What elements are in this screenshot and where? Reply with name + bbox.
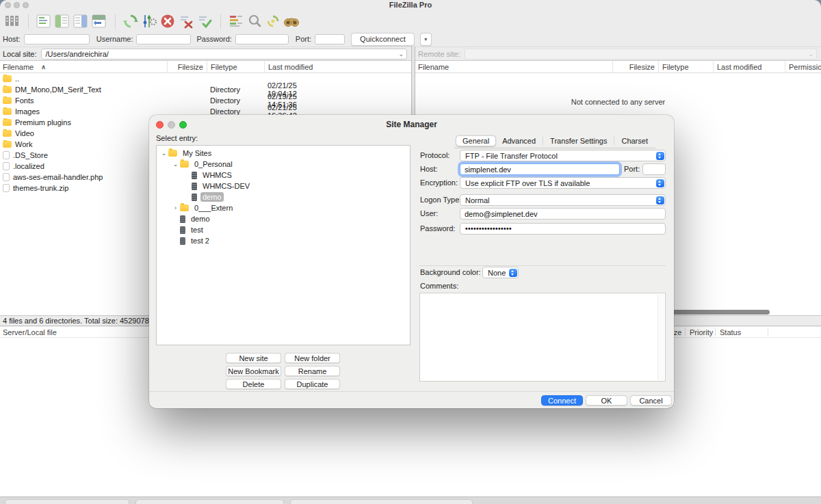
duplicate-button[interactable]: Duplicate: [285, 379, 340, 389]
comments-label: Comments:: [420, 280, 458, 292]
column-filetype[interactable]: Filetype: [658, 61, 713, 72]
sync-browsing-icon[interactable]: [264, 13, 281, 29]
tab-charset[interactable]: Charset: [615, 136, 654, 146]
tree-item-whmcs-dev[interactable]: WHMCS-DEV: [157, 181, 410, 191]
tab-transfer-settings[interactable]: Transfer Settings: [544, 136, 613, 146]
chevron-down-icon[interactable]: ⌄: [171, 159, 180, 170]
remote-site-combo: ⌄: [465, 49, 817, 59]
tree-item-demo-selected[interactable]: demo: [157, 191, 410, 202]
find-files-icon[interactable]: [283, 13, 300, 29]
username-input[interactable]: [136, 34, 191, 44]
folder-icon: [180, 204, 189, 211]
column-filetype[interactable]: Filetype: [207, 61, 264, 72]
file-row[interactable]: DM_Mono,DM_Serif_TextDirectory02/21/25 1…: [0, 84, 411, 95]
encryption-dropdown[interactable]: Use explicit FTP over TLS if available: [460, 177, 666, 189]
column-filesize[interactable]: Filesize: [167, 61, 207, 72]
tab-divider: [543, 137, 543, 145]
column-filename[interactable]: Filename∧: [0, 61, 167, 72]
host-field[interactable]: [460, 163, 620, 175]
remote-site-row: Remote site: ⌄: [415, 47, 821, 61]
message-log-icon[interactable]: [35, 13, 52, 29]
protocol-dropdown[interactable]: FTP - File Transfer Protocol: [460, 150, 666, 161]
queue-tab[interactable]: [290, 499, 473, 504]
queue-tab[interactable]: [135, 499, 284, 504]
toolbar-separator: [28, 14, 29, 29]
quickconnect-dropdown-button[interactable]: ▾: [420, 33, 432, 46]
column-last-modified[interactable]: Last modified: [264, 61, 325, 72]
select-entry-label: Select entry:: [156, 134, 198, 142]
queue-column-priority[interactable]: Priority: [690, 328, 713, 336]
local-site-combo[interactable]: /Users/andreichira/ ⌄: [41, 49, 407, 59]
tree-item-0-personal[interactable]: ⌄0_Personal: [157, 159, 410, 170]
queue-tab-bar: [0, 496, 821, 504]
password-field[interactable]: •••••••••••••••••: [460, 223, 666, 235]
filter-icon[interactable]: [227, 13, 244, 29]
file-row[interactable]: FontsDirectory02/19/25 14:51:36: [0, 95, 411, 106]
logon-type-dropdown[interactable]: Normal: [460, 194, 666, 206]
comments-textarea[interactable]: [419, 293, 666, 382]
new-folder-button[interactable]: New folder: [285, 353, 340, 363]
server-icon: [180, 215, 185, 223]
encryption-label: Encryption:: [420, 177, 458, 189]
site-tree: ⌄My Sites ⌄0_Personal WHMCS WHMCS-DEV de…: [156, 145, 410, 345]
delete-button[interactable]: Delete: [226, 379, 281, 389]
connect-button[interactable]: Connect: [541, 395, 583, 406]
tree-item-whmcs[interactable]: WHMCS: [157, 170, 410, 181]
remote-column-headers: Filename Filesize Filetype Last modified…: [415, 61, 821, 73]
ok-button[interactable]: OK: [586, 395, 627, 406]
transfer-queue-icon[interactable]: [90, 13, 107, 29]
not-connected-message: Not connected to any server: [415, 98, 821, 106]
file-row[interactable]: ..: [0, 73, 411, 84]
user-field[interactable]: [460, 208, 666, 220]
directory-summary: 4 files and 6 directories. Total size: 4…: [3, 317, 164, 325]
cancel-button[interactable]: Cancel: [630, 395, 672, 406]
disconnect-icon[interactable]: [177, 13, 194, 29]
dialog-separator: [149, 391, 674, 392]
column-permissions[interactable]: Permissions: [785, 61, 821, 72]
tab-advanced[interactable]: Advanced: [496, 136, 542, 146]
queue-column-status[interactable]: Status: [720, 328, 741, 336]
tree-item-test[interactable]: test: [157, 224, 410, 235]
password-input[interactable]: [235, 34, 289, 44]
port-input[interactable]: [315, 34, 345, 44]
column-last-modified[interactable]: Last modified: [713, 61, 785, 72]
folder-icon: [180, 161, 189, 168]
titlebar: FileZilla Pro: [0, 0, 821, 10]
queue-tab[interactable]: [5, 499, 129, 504]
host-label: Host:: [3, 35, 21, 43]
new-bookmark-button[interactable]: New Bookmark: [226, 366, 281, 376]
tree-item-0-extern[interactable]: ›0___Extern: [157, 202, 410, 213]
file-icon: [3, 184, 10, 192]
site-manager-icon[interactable]: [3, 13, 21, 29]
queue-column-server-local-file[interactable]: Server/Local file: [3, 328, 57, 336]
tree-item-test-2[interactable]: test 2: [157, 235, 410, 246]
compare-icon[interactable]: [246, 13, 263, 29]
quickconnect-button[interactable]: Quickconnect: [351, 33, 415, 46]
column-divider: [768, 328, 768, 336]
port-field[interactable]: [642, 163, 666, 175]
column-filesize[interactable]: Filesize: [612, 61, 658, 72]
folder-icon: [3, 108, 12, 115]
remote-site-label: Remote site:: [418, 50, 460, 58]
refresh-icon[interactable]: [122, 13, 139, 29]
tree-item-my-sites[interactable]: ⌄My Sites: [157, 148, 410, 159]
chevron-down-icon[interactable]: ⌄: [159, 148, 168, 159]
folder-icon: [3, 119, 12, 126]
background-color-dropdown[interactable]: None: [482, 267, 519, 278]
rename-button[interactable]: Rename: [285, 366, 340, 376]
folder-icon: [3, 130, 12, 137]
new-site-button[interactable]: New site: [226, 353, 281, 363]
chevron-right-icon[interactable]: ›: [171, 202, 180, 213]
reconnect-icon[interactable]: [196, 13, 213, 29]
process-queue-icon[interactable]: [140, 13, 157, 29]
tree-item-demo[interactable]: demo: [157, 213, 410, 224]
port-label: Port:: [296, 35, 311, 43]
column-filename[interactable]: Filename: [415, 61, 612, 72]
remote-treeview-icon[interactable]: [72, 13, 89, 29]
cancel-icon[interactable]: [159, 13, 176, 29]
local-treeview-icon[interactable]: [53, 13, 70, 29]
host-label: Host:: [420, 163, 438, 175]
folder-icon: [3, 75, 12, 82]
host-input[interactable]: [24, 34, 90, 44]
tab-general[interactable]: General: [456, 135, 496, 146]
